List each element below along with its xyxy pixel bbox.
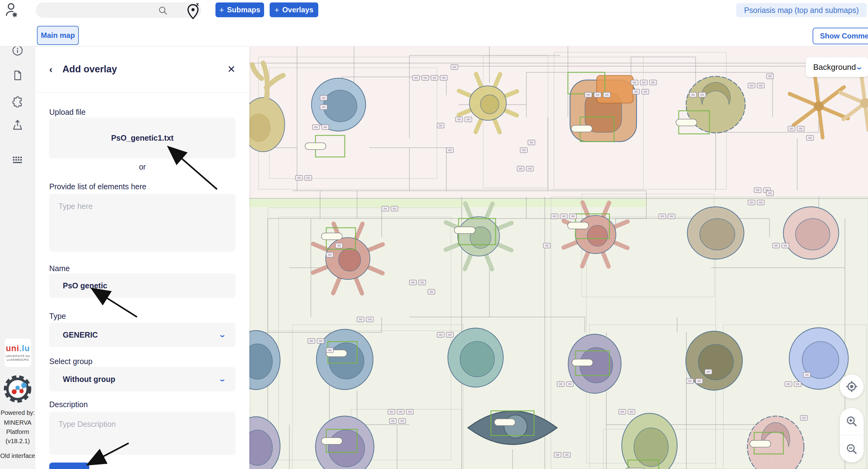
submaps-button[interactable]: + Submaps — [215, 2, 264, 17]
old-interface-link[interactable]: Old interface — [0, 452, 35, 460]
type-select[interactable]: GENERIC ⌄ — [49, 322, 236, 347]
page-icon[interactable] — [9, 67, 26, 84]
zoom-in-button[interactable] — [840, 408, 864, 435]
tab-main-map[interactable]: Main map — [37, 26, 79, 45]
zoom-out-button[interactable] — [840, 435, 864, 463]
user-settings-logo-icon[interactable] — [4, 2, 19, 19]
element-list-textarea[interactable]: Type here — [49, 194, 236, 252]
group-select[interactable]: Without group ⌄ — [49, 367, 236, 392]
pathway-map-canvas[interactable] — [249, 46, 868, 469]
upload-file-label: Upload file — [49, 108, 236, 117]
plus-icon: + — [219, 5, 224, 15]
unilu-logo: uni.lu UNIVERSITÉ DULUXEMBOURG — [5, 339, 31, 367]
element-list-placeholder: Type here — [49, 194, 236, 219]
grid-icon[interactable] — [9, 151, 26, 169]
zoom-out-icon — [845, 443, 858, 455]
minerva-gear-logo — [2, 374, 33, 404]
type-label: Type — [49, 312, 236, 321]
show-comments-button[interactable]: Show Comments — [813, 28, 868, 44]
project-name-chip[interactable]: Psoriasis map (top and submaps) — [736, 3, 867, 17]
back-chevron-icon[interactable]: ‹ — [49, 64, 53, 75]
file-name: PsO_genetic1.txt — [111, 133, 174, 143]
zoom-controls — [840, 408, 864, 463]
chevron-down-icon: ⌄ — [855, 63, 863, 71]
file-drop-zone[interactable]: PsO_genetic1.txt — [49, 118, 236, 158]
name-input[interactable]: PsO genetic — [49, 273, 236, 298]
background-dropdown[interactable]: Background ⌄ — [806, 57, 868, 77]
export-icon[interactable] — [9, 117, 26, 134]
description-textarea[interactable]: Type Description — [49, 412, 236, 455]
chevron-down-icon: ⌄ — [218, 375, 226, 383]
pin-clear-icon[interactable]: x — [186, 2, 200, 22]
top-bar: x + Submaps + Overlays Psoriasis map (to… — [0, 0, 868, 25]
close-icon[interactable]: ✕ — [227, 63, 236, 75]
element-list-label: Provide list of elements here — [49, 182, 236, 191]
overlays-button[interactable]: + Overlays — [270, 2, 318, 17]
name-value: PsO genetic — [63, 281, 107, 290]
crosshair-icon — [845, 380, 859, 393]
left-rail: uni.lu UNIVERSITÉ DULUXEMBOURG Powered b… — [0, 25, 35, 469]
svg-text:x: x — [196, 2, 199, 7]
pathway-scene — [249, 46, 868, 469]
version-label: (v18.2.1) — [0, 438, 35, 445]
or-label: or — [49, 162, 236, 171]
plus-icon: + — [275, 5, 279, 15]
description-placeholder: Type Description — [49, 412, 236, 437]
search-icon[interactable] — [158, 6, 167, 15]
upload-button[interactable]: Upload — [49, 463, 89, 469]
powered-by-label: Powered by: — [0, 409, 35, 416]
select-group-label: Select group — [49, 357, 236, 366]
group-value: Without group — [63, 375, 116, 384]
description-label: Description — [49, 400, 236, 409]
zoom-in-icon — [845, 415, 858, 428]
tab-bar: Main map Show Comments — [0, 25, 868, 46]
search-input[interactable] — [36, 2, 201, 18]
chevron-down-icon: ⌄ — [218, 331, 226, 339]
minerva-label: MINERVA — [0, 419, 35, 426]
add-overlay-panel: ‹ Add overlay ✕ Upload file PsO_genetic1… — [35, 46, 249, 469]
panel-title: Add overlay — [62, 64, 117, 75]
platform-label: Platform — [0, 428, 35, 435]
locate-button[interactable] — [840, 375, 864, 399]
puzzle-icon[interactable] — [9, 92, 26, 109]
type-value: GENERIC — [63, 331, 98, 339]
name-label: Name — [49, 264, 236, 273]
